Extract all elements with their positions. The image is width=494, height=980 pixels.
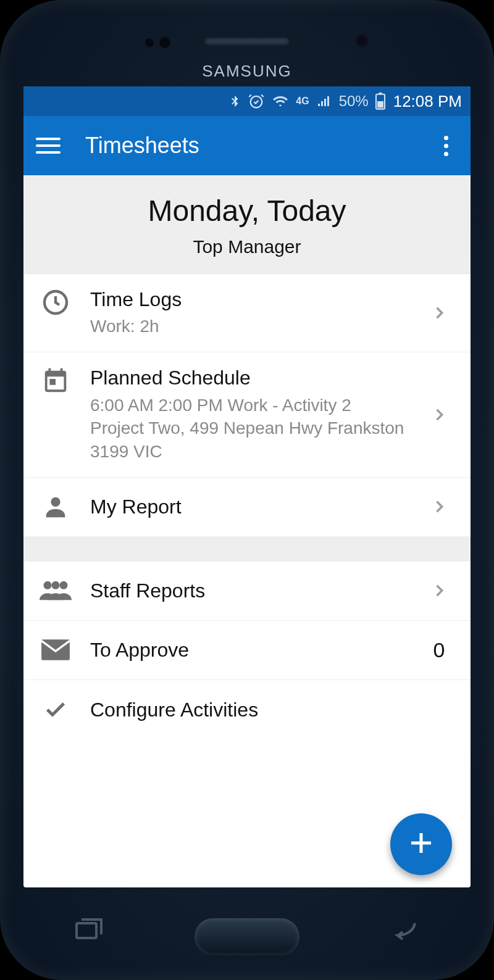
list-item-title: Planned Schedule <box>90 366 408 389</box>
section-divider <box>23 537 471 562</box>
people-icon <box>37 578 74 603</box>
status-bar: 4G 50% 12:08 PM <box>23 86 471 116</box>
speaker-grille-icon <box>204 37 290 46</box>
envelope-icon <box>37 638 74 662</box>
list-item-title: Configure Activities <box>90 698 408 721</box>
list-item-my-report[interactable]: My Report <box>23 478 471 537</box>
brand-logo: SAMSUNG <box>202 62 291 81</box>
fab-add-button[interactable] <box>390 813 452 875</box>
wifi-icon <box>271 93 290 109</box>
home-button[interactable] <box>195 918 299 955</box>
list-item-subtitle: 6:00 AM 2:00 PM Work - Activity 2 Projec… <box>90 394 408 463</box>
status-icons: 4G 50% <box>228 92 385 110</box>
svg-point-6 <box>44 581 52 589</box>
list-item-title: My Report <box>90 495 408 518</box>
chevron-right-icon <box>424 578 454 603</box>
phone-frame: SAMSUNG 4G 50% <box>0 0 494 980</box>
chevron-right-icon <box>424 402 454 427</box>
bluetooth-icon <box>228 92 241 110</box>
list-section-manager: Staff Reports To Approve 0 <box>23 562 471 739</box>
check-icon <box>37 697 74 722</box>
network-type-label: 4G <box>296 96 309 107</box>
svg-point-8 <box>60 581 68 589</box>
list-item-to-approve[interactable]: To Approve 0 <box>23 621 471 680</box>
alarm-icon <box>248 93 265 110</box>
list-section-personal: Time Logs Work: 2h Planned Schedule 6:00… <box>23 274 471 537</box>
screen: 4G 50% 12:08 PM Timesheets <box>23 86 471 887</box>
list-item-title: Staff Reports <box>90 579 408 602</box>
list-item-subtitle: Work: 2h <box>90 315 408 338</box>
hamburger-icon <box>36 138 61 140</box>
to-approve-count: 0 <box>433 638 445 662</box>
list-item-staff-reports[interactable]: Staff Reports <box>23 562 471 621</box>
plus-icon <box>406 828 436 860</box>
svg-point-7 <box>52 581 60 589</box>
list-item-configure-activities[interactable]: Configure Activities <box>23 680 471 739</box>
sensor-dot-icon <box>145 38 154 47</box>
svg-point-5 <box>51 497 60 507</box>
list-item-title: To Approve <box>90 638 408 662</box>
list-item-title: Time Logs <box>90 288 408 311</box>
clock-icon <box>37 288 74 317</box>
date-title: Monday, Today <box>36 194 458 228</box>
status-time: 12:08 PM <box>393 92 462 111</box>
svg-rect-3 <box>377 101 383 108</box>
recent-apps-softkey[interactable] <box>74 918 104 943</box>
role-label: Top Manager <box>36 236 458 257</box>
back-softkey[interactable] <box>390 918 420 943</box>
app-bar: Timesheets <box>23 116 471 175</box>
battery-icon <box>375 93 386 110</box>
svg-rect-2 <box>379 93 382 94</box>
svg-rect-10 <box>77 923 96 938</box>
battery-percent: 50% <box>339 93 369 110</box>
app-bar-title: Timesheets <box>85 133 433 159</box>
person-icon <box>37 492 74 521</box>
calendar-icon <box>37 366 74 394</box>
sensor-dot-icon <box>159 37 170 48</box>
list-item-time-logs[interactable]: Time Logs Work: 2h <box>23 274 471 352</box>
menu-button[interactable] <box>36 133 61 158</box>
chevron-right-icon <box>424 301 454 325</box>
svg-rect-9 <box>41 640 70 660</box>
list-item-planned-schedule[interactable]: Planned Schedule 6:00 AM 2:00 PM Work - … <box>23 352 471 478</box>
chevron-right-icon <box>424 494 454 519</box>
front-camera-icon <box>353 32 371 49</box>
signal-icon <box>316 94 333 109</box>
date-header: Monday, Today Top Manager <box>23 175 471 274</box>
overflow-menu-button[interactable] <box>433 136 458 156</box>
more-vert-icon <box>444 136 448 140</box>
